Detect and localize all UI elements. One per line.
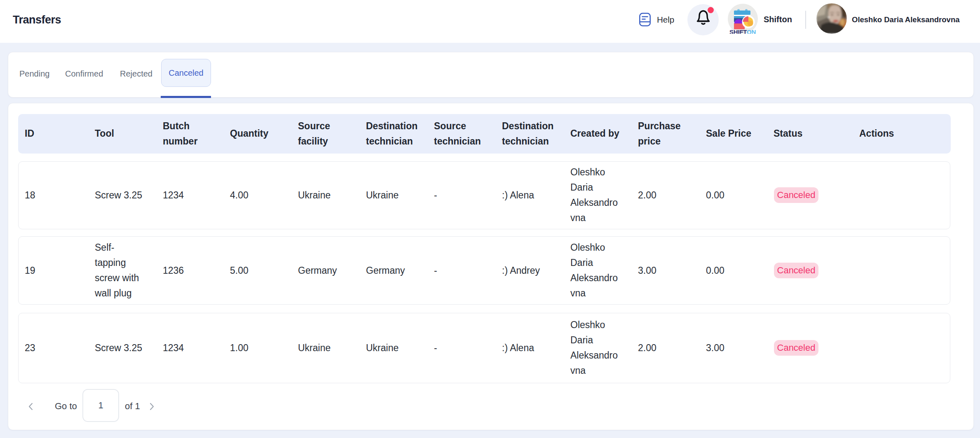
svg-text:SHIFTON: SHIFTON <box>729 28 756 34</box>
